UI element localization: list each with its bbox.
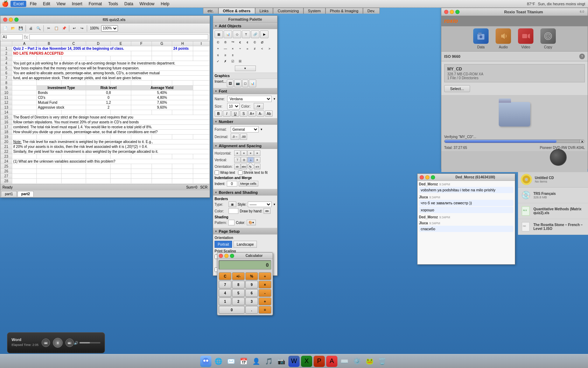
ao-btn-table[interactable]: ▦ — [215, 30, 223, 38]
style-dropdown-icon[interactable]: ▼ — [273, 203, 276, 206]
menu-edit[interactable]: Edit — [40, 1, 53, 7]
landscape-btn[interactable]: Landscape — [233, 241, 257, 248]
cell-f10[interactable]: 5,40% — [131, 90, 193, 95]
format-dropdown-icon[interactable]: ▼ — [260, 128, 263, 131]
valign-top-btn[interactable]: ⊤ — [234, 157, 240, 163]
calc-sign-btn[interactable]: +/- — [232, 272, 245, 280]
toolbar-print[interactable]: 🖨 — [27, 25, 34, 32]
progress-stop-btn[interactable]: ✕ — [580, 140, 584, 143]
name-box[interactable] — [2, 34, 23, 40]
tab-system[interactable]: System — [303, 8, 326, 14]
calc-close-btn[interactable] — [219, 254, 223, 258]
cell-a15[interactable]: The Board of Directors is very strict at… — [12, 115, 209, 120]
more-symbols-btn[interactable]: ▾ — [235, 66, 256, 71]
close-button[interactable] — [3, 18, 7, 22]
dock-photos[interactable]: 📷 — [276, 356, 287, 367]
cell-a4[interactable]: You just got a job working for a divisio… — [12, 61, 209, 66]
cell-a2[interactable]: NO LATE PAPERS ACCEPTED — [12, 51, 131, 56]
orient-vertical-btn[interactable]: ab — [234, 164, 240, 169]
insert-photo-btn[interactable]: 📷 — [234, 80, 241, 87]
roxio-min-btn[interactable] — [450, 10, 454, 14]
menu-window[interactable]: Window — [137, 1, 158, 7]
align-right-btn[interactable]: ≡ — [247, 150, 254, 156]
cell-b11[interactable]: CD's — [37, 95, 86, 100]
tab-dev[interactable]: Dev. — [363, 8, 380, 14]
border-type-btn[interactable]: ▦ — [229, 202, 236, 207]
volume-knob[interactable] — [550, 149, 567, 166]
untitled-cd-item[interactable]: Untitled CD No items — [518, 172, 588, 188]
cell-a5[interactable]: Your boss explains that the money earned… — [12, 66, 209, 71]
roxio-max-btn[interactable] — [455, 10, 460, 14]
menu-help[interactable]: Help — [158, 1, 172, 7]
insert-picture-btn[interactable]: 🖼 — [227, 80, 233, 87]
apple-menu[interactable]: 🍎 — [0, 0, 10, 7]
chat-max-btn[interactable] — [431, 175, 435, 179]
cell-b10[interactable]: Bonds — [37, 90, 86, 95]
sym-copyright[interactable]: © — [215, 40, 222, 45]
sym-check[interactable]: ✓ — [215, 59, 222, 64]
superscript-btn[interactable]: A+ — [248, 110, 256, 117]
calc-6-btn[interactable]: 6 — [245, 289, 258, 297]
add-objects-header[interactable]: ▼ Add Objects — [213, 23, 277, 29]
sheet-tab-part2[interactable]: part2 — [18, 191, 34, 197]
pattern-btn[interactable] — [228, 220, 234, 225]
cell-f11[interactable]: 4,80% — [131, 95, 193, 100]
dock-terminal[interactable]: ⌨️ — [339, 356, 350, 367]
calc-2-btn[interactable]: 2 — [232, 298, 245, 305]
ao-btn-chart[interactable]: 📊 — [224, 30, 232, 38]
calc-5-btn[interactable]: 5 — [232, 289, 245, 297]
menu-tools[interactable]: Tools — [105, 1, 121, 7]
menu-file[interactable]: File — [27, 1, 39, 7]
sheet-tab-part1[interactable]: part1 — [1, 191, 17, 197]
sym-dash[interactable]: — — [222, 46, 229, 52]
sym-plusminus[interactable]: ± — [229, 52, 236, 58]
calc-8-btn[interactable]: 8 — [232, 281, 245, 288]
cell-f13[interactable]: 9,60% — [131, 105, 193, 110]
ao-btn-shape[interactable]: ◇ — [233, 30, 241, 38]
ao-btn-textbox[interactable]: T — [242, 30, 250, 38]
increase-decimal-btn[interactable]: .00 — [240, 134, 247, 140]
dock-word[interactable]: W — [288, 356, 300, 367]
calc-divide-btn[interactable]: ÷ — [259, 272, 271, 280]
tab-office-others[interactable]: Office & others — [218, 8, 255, 14]
wrap-text-option[interactable]: Wrap text — [215, 170, 235, 175]
calc-max-btn[interactable] — [230, 254, 234, 258]
orient-rotate-btn[interactable]: ab — [246, 162, 255, 171]
valign-bottom-btn[interactable]: ⊥ — [247, 157, 254, 163]
cell-a18[interactable]: How should you divide up your assets, pe… — [12, 130, 209, 135]
play-pause-btn[interactable]: ⏸ — [53, 338, 63, 348]
align-center-btn[interactable]: ≡ — [241, 150, 247, 156]
chat-min-btn[interactable] — [425, 175, 429, 179]
file-item-quant[interactable]: XLS Quantitative Methods (Matrix quiz2).… — [518, 203, 588, 219]
tab-photo[interactable]: Photo & Imaging — [326, 8, 363, 14]
toolbar-preview[interactable]: 🔍 — [35, 25, 42, 32]
font-name-select[interactable]: Verdana — [227, 96, 272, 102]
calc-min-btn[interactable] — [224, 254, 229, 258]
shadow-btn[interactable]: Ab — [265, 110, 273, 117]
calc-equals-btn[interactable]: = — [259, 306, 271, 314]
portrait-btn[interactable]: Portrait — [215, 241, 232, 248]
calc-decimal-btn[interactable]: . — [245, 306, 258, 314]
dock-powerpoint[interactable]: P — [314, 356, 325, 367]
cell-f12[interactable]: 7,60% — [131, 100, 193, 105]
cell-f9[interactable]: Average Yield — [131, 86, 193, 90]
italic-btn[interactable]: I — [223, 110, 231, 117]
dock-address[interactable]: 👤 — [251, 356, 262, 367]
cell-d13[interactable]: 2 — [86, 105, 131, 110]
next-btn[interactable]: ⏭ — [65, 339, 74, 347]
calc-7-btn[interactable]: 7 — [219, 281, 231, 288]
file-item-rosetta[interactable]: ISO The Rosetta Stone – French – Level 1… — [518, 219, 588, 235]
valign-justify-btn[interactable]: ≡ — [254, 157, 260, 163]
zoom-select[interactable]: 100% — [101, 25, 118, 32]
dock-prefs[interactable]: ⚙️ — [351, 356, 363, 367]
calc-3-btn[interactable]: 3 — [245, 298, 258, 305]
toolbar-copy[interactable]: 📋 — [53, 25, 60, 32]
cell-a17[interactable]: combined. The total risk level must equa… — [12, 125, 209, 130]
alignment-header[interactable]: ▼ Alignment and Spacing — [213, 143, 277, 149]
menu-excel[interactable]: Excel — [10, 1, 26, 7]
tab-customizing[interactable]: Customizing — [273, 8, 303, 14]
calc-multiply-btn[interactable]: × — [259, 281, 271, 288]
sym-tm[interactable]: ™ — [229, 40, 236, 45]
calc-percent-btn[interactable]: % — [245, 272, 258, 280]
cell-a1[interactable]: Quiz 2 – Part 2 is due November 14, 2005… — [12, 46, 152, 51]
